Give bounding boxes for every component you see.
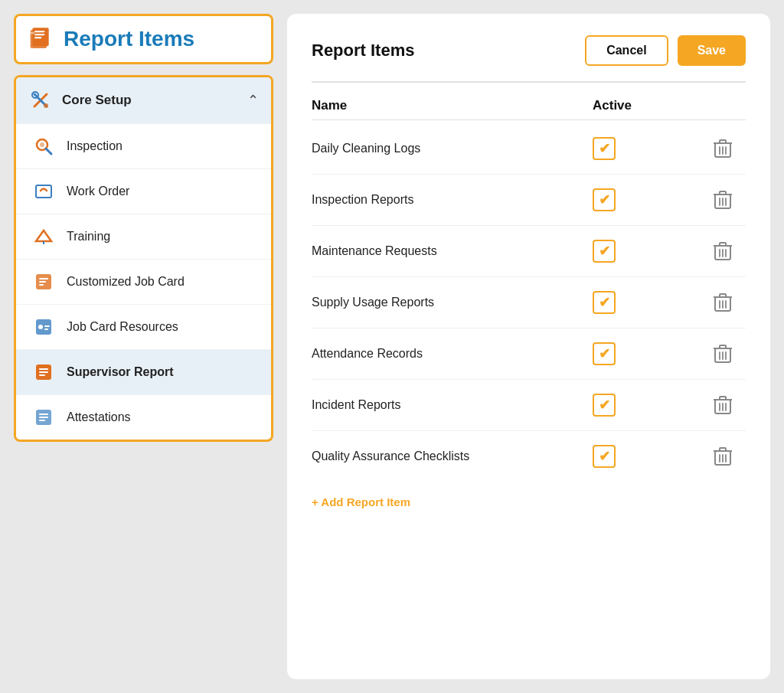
inspection-label: Inspection — [67, 139, 122, 153]
inspection-icon — [31, 134, 56, 159]
sidebar-item-customized-job-card[interactable]: Customized Job Card — [16, 259, 271, 304]
job-card-resources-icon — [31, 315, 56, 339]
delete-button-incident-reports[interactable] — [700, 394, 746, 416]
row-name-incident-reports: Incident Reports — [312, 398, 593, 412]
table-row: Maintenance Requests — [312, 226, 746, 277]
sidebar-header-title: Report Items — [64, 27, 194, 51]
attestations-icon — [31, 405, 56, 430]
svg-rect-17 — [39, 278, 48, 279]
svg-rect-29 — [39, 414, 48, 415]
checkbox-inspection-reports[interactable] — [593, 188, 700, 211]
header-buttons: Cancel Save — [585, 35, 746, 66]
sidebar-item-training[interactable]: Training — [16, 214, 271, 259]
row-name-quality-assurance-checklists: Quality Assurance Checklists — [312, 449, 593, 463]
svg-rect-40 — [720, 191, 726, 194]
col-header-active: Active — [593, 98, 700, 113]
table-header: Name Active — [312, 90, 746, 120]
work-order-label: Work Order — [67, 185, 129, 198]
sidebar-item-work-order[interactable]: Work Order — [16, 168, 271, 214]
svg-rect-58 — [720, 345, 726, 348]
table-row: Incident Reports — [312, 380, 746, 431]
table-row: Inspection Reports — [312, 175, 746, 226]
checkbox-daily-cleaning-logs[interactable] — [593, 137, 700, 160]
attestations-label: Attestations — [67, 410, 131, 424]
svg-rect-13 — [36, 185, 51, 198]
svg-point-9 — [44, 103, 48, 108]
col-header-delete — [700, 98, 746, 113]
report-items-icon — [28, 27, 53, 51]
svg-rect-27 — [39, 374, 45, 376]
customized-job-card-label: Customized Job Card — [67, 275, 185, 289]
svg-rect-30 — [39, 417, 48, 418]
main-panel: Report Items Cancel Save Name Active Dai… — [287, 14, 770, 679]
svg-line-11 — [46, 149, 51, 154]
page-title: Report Items — [312, 41, 414, 60]
svg-rect-23 — [44, 329, 48, 330]
svg-rect-18 — [39, 281, 46, 283]
row-name-maintenance-requests: Maintenance Requests — [312, 244, 593, 258]
svg-rect-5 — [31, 32, 34, 34]
sidebar-nav: Core Setup ⌃ Inspection Work Order — [14, 75, 273, 442]
core-setup-header[interactable]: Core Setup ⌃ — [16, 77, 271, 123]
svg-marker-14 — [36, 230, 51, 241]
table-row: Supply Usage Reports — [312, 277, 746, 329]
checkbox-quality-assurance-checklists[interactable] — [593, 445, 700, 468]
sidebar-item-inspection[interactable]: Inspection — [16, 123, 271, 168]
delete-button-quality-assurance-checklists[interactable] — [700, 446, 746, 467]
customized-job-card-icon — [31, 270, 56, 294]
wrench-icon — [28, 88, 53, 113]
row-name-attendance-records: Attendance Records — [312, 347, 593, 361]
add-report-item-link[interactable]: + Add Report Item — [312, 495, 746, 508]
cancel-button[interactable]: Cancel — [585, 35, 668, 66]
supervisor-report-icon — [31, 360, 56, 384]
training-icon — [31, 224, 56, 249]
svg-rect-64 — [720, 397, 726, 400]
delete-button-attendance-records[interactable] — [700, 343, 746, 364]
svg-rect-70 — [720, 448, 726, 451]
row-name-inspection-reports: Inspection Reports — [312, 193, 593, 207]
svg-rect-22 — [44, 325, 50, 327]
col-header-name: Name — [312, 98, 593, 113]
table-row: Daily Cleaning Logs — [312, 123, 746, 175]
work-order-icon — [31, 179, 56, 204]
report-items-table: Daily Cleaning Logs Inspection Reports — [312, 123, 746, 482]
svg-rect-1 — [32, 28, 48, 46]
sidebar-item-job-card-resources[interactable]: Job Card Resources — [16, 304, 271, 349]
svg-rect-19 — [39, 284, 44, 286]
svg-point-21 — [38, 325, 43, 329]
row-name-supply-usage-reports: Supply Usage Reports — [312, 296, 593, 309]
sidebar-item-attestations[interactable]: Attestations — [16, 394, 271, 440]
checkbox-maintenance-requests[interactable] — [593, 240, 700, 263]
save-button[interactable]: Save — [678, 35, 746, 66]
svg-rect-26 — [39, 371, 48, 373]
checkbox-supply-usage-reports[interactable] — [593, 291, 700, 314]
delete-button-daily-cleaning-logs[interactable] — [700, 138, 746, 159]
svg-rect-3 — [34, 34, 44, 35]
table-row: Quality Assurance Checklists — [312, 431, 746, 482]
row-name-daily-cleaning-logs: Daily Cleaning Logs — [312, 142, 593, 155]
sidebar-header: Report Items — [14, 14, 273, 64]
supervisor-report-label: Supervisor Report — [67, 365, 174, 379]
svg-rect-34 — [720, 140, 726, 143]
svg-rect-31 — [39, 420, 45, 421]
svg-rect-52 — [720, 294, 726, 297]
svg-rect-2 — [34, 31, 44, 32]
checkbox-attendance-records[interactable] — [593, 342, 700, 365]
chevron-up-icon: ⌃ — [247, 92, 259, 109]
checkbox-incident-reports[interactable] — [593, 394, 700, 417]
delete-button-inspection-reports[interactable] — [700, 189, 746, 211]
job-card-resources-label: Job Card Resources — [67, 320, 178, 334]
main-header: Report Items Cancel Save — [312, 35, 746, 66]
training-label: Training — [67, 230, 110, 244]
svg-rect-25 — [39, 368, 48, 370]
delete-button-maintenance-requests[interactable] — [700, 240, 746, 262]
header-divider — [312, 81, 746, 83]
sidebar: Report Items Core Setup ⌃ — [0, 0, 287, 693]
delete-button-supply-usage-reports[interactable] — [700, 292, 746, 313]
svg-point-12 — [40, 142, 44, 147]
core-setup-label: Core Setup — [62, 93, 238, 108]
svg-rect-46 — [720, 243, 726, 246]
svg-rect-4 — [34, 37, 41, 38]
sidebar-item-supervisor-report[interactable]: Supervisor Report — [16, 349, 271, 394]
table-row: Attendance Records — [312, 329, 746, 380]
